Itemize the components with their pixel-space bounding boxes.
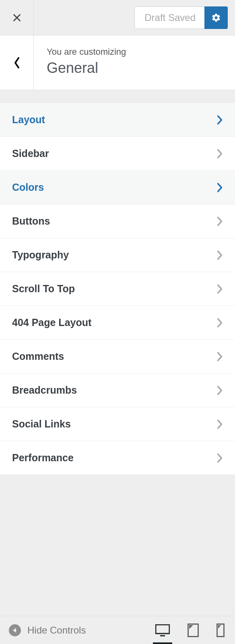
menu-item-comments[interactable]: Comments — [0, 339, 235, 374]
menu-item-label: Typography — [12, 249, 216, 261]
save-status-group: Draft Saved — [134, 6, 228, 29]
topbar: Draft Saved — [0, 0, 235, 35]
menu-item-sidebar[interactable]: Sidebar — [0, 136, 235, 171]
chevron-right-icon — [216, 182, 223, 193]
svg-rect-4 — [160, 635, 165, 636]
panel-subtitle: You are customizing — [47, 47, 222, 57]
menu-item-label: Buttons — [12, 215, 216, 227]
draft-saved-button[interactable]: Draft Saved — [134, 6, 204, 29]
back-button[interactable] — [0, 35, 34, 90]
menu-item-social-links[interactable]: Social Links — [0, 407, 235, 441]
chevron-right-icon — [216, 216, 223, 227]
close-icon — [12, 13, 21, 22]
menu-item-label: Breadcrumbs — [12, 384, 216, 396]
menu-item-label: Layout — [12, 114, 216, 126]
desktop-icon — [155, 624, 170, 636]
svg-marker-2 — [13, 628, 16, 633]
menu-item-label: Social Links — [12, 418, 216, 430]
gear-icon — [211, 13, 221, 23]
svg-marker-8 — [218, 625, 221, 629]
menu-item-performance[interactable]: Performance — [0, 441, 235, 475]
menu-item-404-page-layout[interactable]: 404 Page Layout — [0, 305, 235, 340]
chevron-right-icon — [216, 385, 223, 396]
menu-item-label: 404 Page Layout — [12, 317, 216, 328]
chevron-right-icon — [216, 148, 223, 159]
menu-item-label: Performance — [12, 452, 216, 464]
device-desktop[interactable] — [155, 616, 170, 644]
chevron-right-icon — [216, 419, 223, 430]
device-mobile[interactable] — [216, 616, 225, 644]
menu-item-label: Sidebar — [12, 148, 216, 159]
close-button[interactable] — [0, 0, 34, 35]
chevron-right-icon — [216, 114, 223, 126]
menu-item-buttons[interactable]: Buttons — [0, 204, 235, 238]
empty-area — [0, 475, 235, 616]
menu-item-layout[interactable]: Layout — [0, 103, 235, 137]
menu-item-breadcrumbs[interactable]: Breadcrumbs — [0, 373, 235, 407]
collapse-button[interactable] — [9, 624, 21, 636]
mobile-icon — [216, 623, 225, 637]
tablet-icon — [188, 623, 199, 637]
settings-button[interactable] — [204, 6, 228, 29]
panel-title: General — [47, 60, 222, 76]
chevron-right-icon — [216, 317, 223, 328]
svg-marker-6 — [189, 625, 193, 629]
menu-item-scroll-to-top[interactable]: Scroll To Top — [0, 272, 235, 306]
menu-item-label: Colors — [12, 182, 216, 193]
spacer — [0, 90, 235, 103]
chevron-right-icon — [216, 351, 223, 362]
menu-item-colors[interactable]: Colors — [0, 170, 235, 204]
hide-controls-label[interactable]: Hide Controls — [27, 625, 86, 636]
chevron-right-icon — [216, 452, 223, 464]
triangle-left-icon — [12, 627, 18, 633]
panel-header: You are customizing General — [0, 35, 235, 90]
menu-item-typography[interactable]: Typography — [0, 238, 235, 272]
footer: Hide Controls — [0, 616, 235, 644]
svg-rect-3 — [156, 625, 169, 634]
menu-item-label: Scroll To Top — [12, 283, 216, 295]
menu-item-label: Comments — [12, 351, 216, 362]
chevron-right-icon — [216, 250, 223, 261]
menu-list: LayoutSidebarColorsButtonsTypographyScro… — [0, 103, 235, 475]
chevron-left-icon — [13, 57, 21, 69]
device-switcher — [155, 616, 225, 644]
chevron-right-icon — [216, 283, 223, 295]
device-tablet[interactable] — [188, 616, 199, 644]
panel-header-text: You are customizing General — [34, 35, 235, 90]
